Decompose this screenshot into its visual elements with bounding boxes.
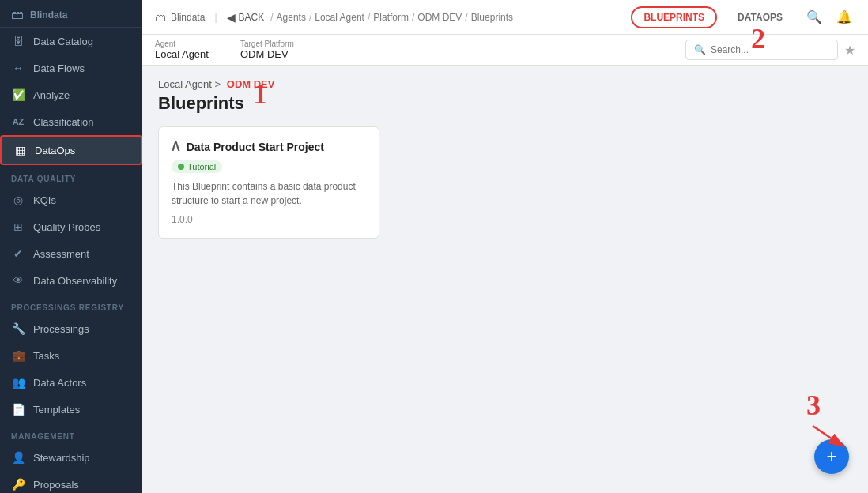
breadcrumb-local-agent[interactable]: Local Agent [315, 12, 364, 23]
sidebar-item-label: Analyze [33, 89, 70, 101]
bell-icon: 🔔 [836, 10, 852, 24]
data-catalog-icon: 🗄 [11, 34, 25, 48]
tasks-icon: 💼 [11, 348, 25, 363]
breadcrumb-odm-dev[interactable]: ODM DEV [417, 12, 462, 23]
search-icon: 🔍 [806, 10, 822, 24]
search-button[interactable]: 🔍 [803, 6, 825, 28]
sidebar-item-templates[interactable]: 📄 Templates [0, 396, 142, 423]
sidebar-item-label: DataOps [35, 145, 75, 156]
star-button[interactable]: ★ [844, 43, 855, 58]
badge-label: Tutorial [187, 162, 216, 171]
data-actors-icon: 👥 [11, 375, 25, 390]
back-arrow-icon: ◀ [227, 11, 236, 24]
card-version: 1.0.0 [172, 214, 366, 225]
blindata-logo-label: Blindata [171, 12, 205, 23]
agent-info-bar: Agent Local Agent Target Platform ODM DE… [142, 35, 868, 66]
breadcrumb-agents[interactable]: Agents [277, 12, 306, 23]
blueprints-grid: Λ Data Product Start Project Tutorial Th… [158, 126, 852, 239]
topbar-right: BLUEPRINTS DATAOPS 🔍 🔔 [631, 6, 855, 28]
search-box-icon: 🔍 [694, 44, 706, 55]
agent-label: Agent [155, 40, 209, 48]
sidebar-item-data-flows[interactable]: ↔ Data Flows [0, 55, 142, 81]
search-box[interactable]: 🔍 [685, 40, 838, 60]
sidebar-item-label: Classification [33, 116, 94, 128]
analyze-icon: ✅ [11, 88, 25, 102]
card-title-text: Data Product Start Project [187, 141, 324, 153]
platform-value: ODM DEV [240, 48, 294, 60]
templates-icon: 📄 [11, 402, 25, 416]
path-prefix: Local Agent > [158, 78, 221, 90]
content-area: Local Agent > ODM DEV Blueprints Λ Data … [142, 66, 868, 493]
sidebar-item-label: Quality Probes [33, 221, 100, 233]
agent-value: Local Agent [155, 48, 209, 60]
platform-info-group: Target Platform ODM DEV [240, 40, 294, 60]
data-flows-icon: ↔ [11, 61, 25, 75]
blindata-logo-icon: 🗃 [155, 11, 166, 24]
app-logo-icon: 🗃 [11, 8, 24, 22]
blueprint-icon: Λ [172, 140, 180, 154]
breadcrumb-blueprints[interactable]: Blueprints [471, 12, 513, 23]
divider: | [214, 12, 217, 23]
dataops-tab[interactable]: DATAOPS [725, 6, 795, 28]
sidebar-item-label: Proposals [33, 479, 79, 491]
section-processings-registry: PROCESSINGS REGISTRY [0, 294, 142, 315]
sidebar-item-processings[interactable]: 🔧 Processings [0, 315, 142, 342]
page-header: Local Agent > ODM DEV Blueprints [158, 78, 852, 114]
add-fab-button[interactable]: + [814, 439, 849, 474]
sidebar-item-data-observability[interactable]: 👁 Data Observability [0, 267, 142, 294]
dataops-icon: ▦ [13, 143, 27, 157]
agent-info: Agent Local Agent Target Platform ODM DE… [155, 40, 294, 60]
processings-icon: 🔧 [11, 322, 25, 336]
sidebar-item-label: Data Catalog [33, 36, 93, 47]
agent-info-group: Agent Local Agent [155, 40, 209, 60]
card-title: Λ Data Product Start Project [172, 140, 366, 154]
sidebar-item-assessment[interactable]: ✔ Assessment [0, 240, 142, 267]
back-button[interactable]: ◀ BACK [227, 11, 265, 24]
sidebar-item-quality-probes[interactable]: ⊞ Quality Probes [0, 213, 142, 240]
sidebar-item-label: Data Observability [33, 275, 117, 287]
sidebar-item-label: Data Flows [33, 62, 85, 74]
notification-button[interactable]: 🔔 [833, 6, 855, 28]
classification-icon: AZ [11, 115, 25, 129]
blueprint-card[interactable]: Λ Data Product Start Project Tutorial Th… [158, 126, 379, 239]
app-logo-label: Blindata [30, 9, 67, 21]
sidebar-item-label: Stewardship [33, 452, 90, 464]
kqis-icon: ◎ [11, 193, 25, 207]
star-icon: ★ [844, 43, 855, 57]
topbar: 🗃 Blindata | ◀ BACK / Agents / Local Age… [142, 0, 868, 35]
sidebar-item-data-actors[interactable]: 👥 Data Actors [0, 369, 142, 396]
section-management: MANAGEMENT [0, 423, 142, 444]
blueprints-tab[interactable]: BLUEPRINTS [631, 6, 717, 28]
sidebar-item-label: Data Actors [33, 377, 86, 389]
sidebar-item-tasks[interactable]: 💼 Tasks [0, 342, 142, 369]
sidebar-item-kqis[interactable]: ◎ KQIs [0, 186, 142, 213]
sidebar-item-label: Templates [33, 404, 80, 416]
platform-label: Target Platform [240, 40, 294, 48]
sidebar-item-label: KQIs [33, 194, 56, 206]
sidebar: 🗃 Blindata 🗄 Data Catalog ↔ Data Flows ✅… [0, 0, 142, 493]
sidebar-item-label: Assessment [33, 248, 89, 260]
breadcrumb-platform[interactable]: Platform [373, 12, 409, 23]
sidebar-item-data-catalog[interactable]: 🗄 Data Catalog [0, 28, 142, 55]
page-title: Blueprints [158, 93, 852, 114]
sidebar-item-classification[interactable]: AZ Classification [0, 108, 142, 135]
proposals-icon: 🔑 [11, 477, 25, 491]
main-content: 🗃 Blindata | ◀ BACK / Agents / Local Age… [142, 0, 868, 493]
topbar-left: 🗃 Blindata | ◀ BACK / Agents / Local Age… [155, 11, 513, 24]
card-badge-area: Tutorial [172, 160, 366, 173]
section-data-quality: DATA QUALITY [0, 165, 142, 186]
search-input[interactable] [711, 44, 829, 55]
assessment-icon: ✔ [11, 246, 25, 261]
page-breadcrumb-path: Local Agent > ODM DEV [158, 78, 852, 90]
breadcrumb: / Agents / Local Agent / Platform / ODM … [270, 12, 513, 23]
sidebar-item-stewardship[interactable]: 👤 Stewardship [0, 444, 142, 471]
sidebar-item-label: Tasks [33, 350, 59, 362]
sidebar-item-analyze[interactable]: ✅ Analyze [0, 81, 142, 108]
card-description: This Blueprint contains a basic data pro… [172, 179, 366, 208]
sidebar-item-proposals[interactable]: 🔑 Proposals [0, 471, 142, 493]
sidebar-item-dataops[interactable]: ▦ DataOps [0, 135, 142, 165]
quality-probes-icon: ⊞ [11, 220, 25, 234]
tutorial-badge: Tutorial [172, 160, 222, 173]
app-logo: 🗃 Blindata [155, 11, 205, 24]
badge-dot [178, 164, 184, 170]
